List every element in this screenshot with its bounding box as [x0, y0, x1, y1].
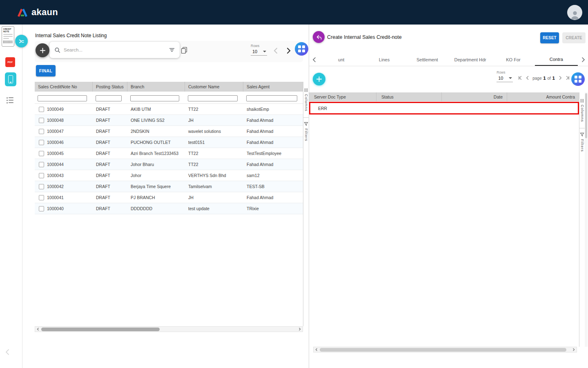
cell-posting-status: DRAFT	[93, 107, 127, 112]
rows-per-page[interactable]: Rows 10	[497, 70, 514, 82]
tabs-scroll-left[interactable]	[309, 53, 320, 66]
column-header-date[interactable]: Date	[442, 92, 507, 101]
cell-credit-note-no: 1000044	[45, 162, 93, 167]
columns-toggle[interactable]: Columns	[580, 99, 584, 122]
scroll-thumb[interactable]	[585, 93, 587, 138]
table-row[interactable]: 1000044 DRAFT Johor Bharu TT22 Fahad Ahm…	[35, 159, 303, 170]
user-avatar[interactable]	[567, 5, 582, 20]
cell-server-doc-type: ERR	[310, 106, 378, 111]
row-checkbox[interactable]	[39, 195, 44, 200]
scroll-thumb[interactable]	[41, 328, 160, 331]
cell-posting-status: DRAFT	[93, 173, 127, 178]
row-checkbox[interactable]	[39, 184, 44, 189]
column-header-branch[interactable]: Branch	[127, 82, 185, 92]
prev-page-button[interactable]	[525, 75, 530, 81]
row-checkbox[interactable]	[39, 118, 44, 123]
collapse-chevron-icon[interactable]	[4, 348, 11, 357]
contra-row-error-highlight[interactable]: ERR	[309, 102, 579, 114]
tab-account-truncated[interactable]: unt	[320, 53, 363, 66]
horizontal-scrollbar[interactable]	[313, 347, 577, 352]
pdf-export-icon[interactable]: PDF	[5, 57, 15, 67]
table-row[interactable]: 1000047 DRAFT 2NDSKIN wavelet solutions …	[35, 126, 303, 137]
back-button[interactable]	[313, 31, 325, 43]
table-row[interactable]: 1000045 DRAFT Azri Branch Test1233453 TT…	[35, 148, 303, 159]
cell-credit-note-no: 1000040	[45, 206, 93, 211]
apps-grid-icon[interactable]	[295, 42, 308, 56]
filter-input-posting-status[interactable]	[96, 95, 122, 101]
row-checkbox[interactable]	[39, 173, 44, 178]
next-page-button[interactable]	[284, 47, 292, 55]
prev-page-button[interactable]	[272, 47, 280, 55]
row-checkbox[interactable]	[39, 140, 44, 145]
column-header-customer-name[interactable]: Customer Name	[185, 82, 243, 92]
scroll-right-arrow[interactable]	[571, 347, 577, 352]
table-row[interactable]: 1000048 DRAFT ONE LIVING SS2 JH Fahad Ah…	[35, 115, 303, 126]
rows-per-page[interactable]: Rows 10	[251, 44, 269, 56]
filter-input-customer-name[interactable]	[188, 95, 238, 101]
table-row[interactable]: 1000049 DRAFT AKIB UTM TT22 shaikotEmp	[35, 104, 303, 115]
cell-customer-name: JH	[185, 118, 243, 123]
row-checkbox[interactable]	[39, 107, 44, 112]
mobile-app-icon[interactable]	[5, 72, 16, 86]
column-header-amount-contra[interactable]: Amount Contra	[507, 92, 579, 101]
scroll-left-arrow[interactable]	[314, 347, 319, 352]
columns-toggle[interactable]: Columns	[304, 88, 308, 112]
search-input[interactable]	[64, 47, 166, 52]
rows-label: Rows	[497, 70, 514, 74]
tab-department-hdr[interactable]: Department Hdr	[449, 53, 492, 66]
row-checkbox[interactable]	[39, 151, 44, 156]
vertical-scrollbar[interactable]	[585, 92, 588, 347]
cell-posting-status: DRAFT	[93, 129, 127, 134]
cell-branch: Johor	[127, 173, 185, 178]
filter-list-icon[interactable]	[169, 47, 175, 53]
filters-toggle[interactable]: Filters	[304, 122, 308, 141]
reset-button[interactable]: RESET	[540, 32, 559, 43]
filters-toggle[interactable]: Filters	[580, 132, 584, 152]
add-contra-button[interactable]	[313, 73, 325, 85]
column-header-posting-status[interactable]: Posting Status	[93, 82, 127, 92]
filter-input-sales-agent[interactable]	[246, 95, 297, 101]
create-button[interactable]: CREATE	[562, 32, 586, 43]
first-page-button[interactable]	[518, 75, 523, 81]
table-row[interactable]: 1000041 DRAFT PJ BRANCH JH Fahad Ahmad	[35, 192, 303, 203]
final-filter-button[interactable]: FINAL	[36, 65, 56, 76]
credit-note-app-icon[interactable]: CREDIT NOTE	[2, 26, 14, 47]
columns-vertical-label: Columns	[580, 105, 584, 122]
add-credit-note-button[interactable]	[36, 43, 49, 57]
cell-branch: PUCHONG OUTLET	[127, 140, 185, 145]
pagination: page 1 of 1	[518, 75, 570, 82]
table-row[interactable]: 1000042 DRAFT Berjaya Time Squere Tamils…	[35, 181, 303, 192]
next-page-button[interactable]	[557, 75, 563, 81]
list-menu-icon[interactable]	[7, 97, 15, 105]
cell-sales-agent: Fahad Ahmad	[243, 129, 303, 134]
tab-settlement[interactable]: Settlement	[406, 53, 449, 66]
pos-terminal-icon[interactable]	[15, 35, 28, 47]
scroll-thumb[interactable]	[320, 348, 566, 352]
horizontal-scrollbar[interactable]	[35, 326, 303, 332]
last-page-button[interactable]	[565, 75, 570, 81]
row-checkbox[interactable]	[39, 206, 44, 211]
cell-sales-agent: Fahad Ahmad	[243, 162, 303, 167]
total-pages: 1	[552, 76, 555, 81]
apps-grid-icon[interactable]	[571, 72, 585, 86]
tab-contra[interactable]: Contra	[535, 53, 578, 66]
tab-lines[interactable]: Lines	[363, 53, 405, 66]
column-header-credit-note-no[interactable]: Sales CreditNote No	[35, 82, 93, 92]
tab-ko-for[interactable]: KO For	[492, 53, 535, 66]
table-row[interactable]: 1000043 DRAFT Johor VERTHYS Sdn Bhd sam1…	[35, 170, 303, 181]
table-row[interactable]: 1000040 DRAFT DDDDDDD test update TRixie	[35, 203, 303, 214]
doc-icon-label: NOTE	[3, 30, 13, 33]
scroll-right-arrow[interactable]	[297, 327, 303, 332]
filter-input-branch[interactable]	[130, 95, 179, 101]
copy-icon[interactable]	[181, 47, 188, 54]
row-checkbox[interactable]	[39, 129, 44, 134]
table-row[interactable]: 1000046 DRAFT PUCHONG OUTLET test0151 Fa…	[35, 137, 303, 148]
cell-sales-agent: TRixie	[243, 206, 303, 211]
row-checkbox[interactable]	[39, 162, 44, 167]
tabs-scroll-right[interactable]	[578, 53, 588, 66]
scroll-left-arrow[interactable]	[35, 327, 41, 332]
column-header-sales-agent[interactable]: Sales Agent	[243, 82, 303, 92]
column-header-server-doc-type[interactable]: Server Doc Type	[309, 92, 376, 101]
filter-input-credit-note-no[interactable]	[38, 95, 87, 101]
column-header-status[interactable]: Status	[376, 92, 442, 101]
